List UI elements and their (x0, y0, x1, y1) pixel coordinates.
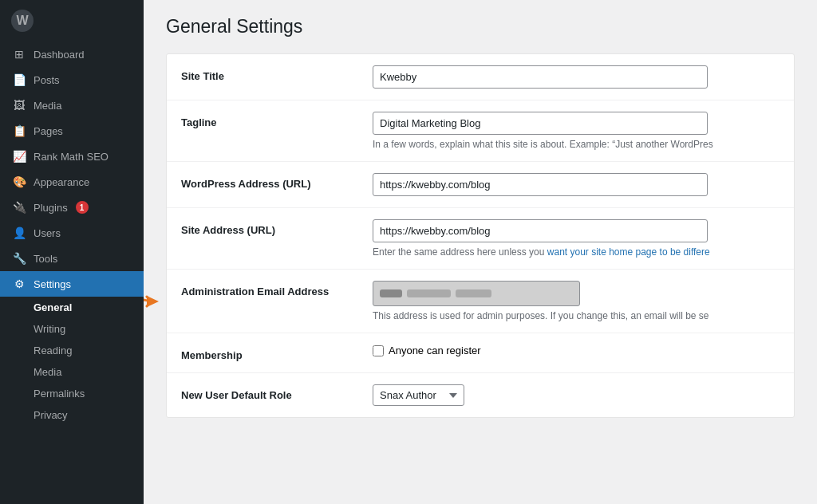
page-title: General Settings (166, 16, 795, 37)
submenu-item-writing[interactable]: Writing (0, 318, 144, 340)
sidebar-item-label-pages: Pages (34, 125, 63, 137)
sidebar-item-label-users: Users (34, 227, 61, 239)
sidebar-item-dashboard[interactable]: ⊞Dashboard (0, 41, 144, 67)
sidebar-item-label-rank-math-seo: Rank Math SEO (34, 151, 109, 163)
tools-icon: 🔧 (11, 252, 27, 265)
blur-block-1 (380, 289, 402, 297)
form-row-site-address: Site Address (URL)Enter the same address… (167, 208, 794, 270)
sidebar: W ⊞Dashboard📄Posts🖼Media📋Pages📈Rank Math… (0, 0, 144, 504)
users-icon: 👤 (11, 226, 27, 239)
sidebar-item-pages[interactable]: 📋Pages (0, 118, 144, 144)
form-row-wordpress-address: WordPress Address (URL) (167, 162, 794, 208)
sidebar-item-rank-math-seo[interactable]: 📈Rank Math SEO (0, 144, 144, 169)
submenu-item-media-sub[interactable]: Media (0, 361, 144, 383)
sidebar-item-plugins[interactable]: 🔌Plugins1 (0, 195, 144, 220)
dashboard-icon: ⊞ (11, 48, 27, 61)
sidebar-item-tools[interactable]: 🔧Tools (0, 246, 144, 271)
main-content: General Settings Site TitleTaglineIn a f… (144, 0, 817, 504)
form-row-admin-email: Administration Email AddressThis address… (167, 270, 794, 333)
orange-arrow-annotation (144, 285, 175, 317)
desc-site-address: Enter the same address here unless you w… (373, 246, 780, 258)
input-tagline[interactable] (373, 112, 708, 135)
select-new-user-role[interactable]: SubscriberContributorAuthorEditorAdminis… (373, 384, 464, 406)
sidebar-item-label-media: Media (34, 100, 61, 112)
sidebar-item-media[interactable]: 🖼Media (0, 93, 144, 118)
media-icon: 🖼 (11, 99, 27, 112)
field-admin-email: This address is used for admin purposes.… (373, 281, 780, 321)
submenu-item-privacy[interactable]: Privacy (0, 404, 144, 426)
wp-logo: W (11, 10, 34, 32)
field-tagline: In a few words, explain what this site i… (373, 112, 780, 150)
label-site-address: Site Address (URL) (181, 219, 373, 236)
input-wordpress-address[interactable] (373, 173, 708, 196)
blur-block-3 (456, 289, 491, 297)
label-site-title: Site Title (181, 65, 373, 82)
form-row-site-title: Site Title (167, 54, 794, 100)
sidebar-item-label-plugins: Plugins (34, 202, 68, 214)
field-site-title (373, 65, 780, 89)
sidebar-item-settings[interactable]: ⚙Settings (0, 271, 144, 297)
desc-admin-email: This address is used for admin purposes.… (373, 310, 780, 321)
sidebar-nav: ⊞Dashboard📄Posts🖼Media📋Pages📈Rank Math S… (0, 41, 144, 297)
settings-submenu: GeneralWritingReadingMediaPermalinksPriv… (0, 297, 144, 426)
checkbox-row-membership: Anyone can register (373, 345, 780, 356)
label-admin-email: Administration Email Address (181, 281, 373, 297)
form-row-new-user-role: New User Default RoleSubscriberContribut… (167, 373, 794, 417)
plugins-icon: 🔌 (11, 201, 27, 214)
appearance-icon: 🎨 (11, 175, 27, 188)
input-site-title[interactable] (373, 65, 708, 89)
sidebar-item-appearance[interactable]: 🎨Appearance (0, 169, 144, 195)
field-site-address: Enter the same address here unless you w… (373, 219, 780, 258)
sidebar-item-label-tools: Tools (34, 253, 57, 265)
field-new-user-role: SubscriberContributorAuthorEditorAdminis… (373, 384, 780, 406)
blurred-email-field[interactable] (373, 281, 580, 306)
field-membership: Anyone can register (373, 345, 780, 356)
sidebar-item-label-posts: Posts (34, 74, 60, 86)
posts-icon: 📄 (11, 73, 27, 86)
checkbox-membership[interactable] (373, 345, 384, 356)
label-wordpress-address: WordPress Address (URL) (181, 173, 373, 190)
label-tagline: Tagline (181, 112, 373, 128)
sidebar-item-posts[interactable]: 📄Posts (0, 67, 144, 93)
field-wordpress-address (373, 173, 780, 196)
checkbox-label-membership: Anyone can register (389, 345, 481, 356)
plugins-badge: 1 (76, 201, 89, 214)
settings-icon: ⚙ (11, 278, 27, 290)
sidebar-item-users[interactable]: 👤Users (0, 220, 144, 246)
general-settings-form: Site TitleTaglineIn a few words, explain… (166, 53, 795, 418)
submenu-item-permalinks[interactable]: Permalinks (0, 383, 144, 404)
link-site-address[interactable]: want your site home page to be differe (547, 246, 710, 258)
submenu-item-general[interactable]: General (0, 297, 144, 318)
desc-tagline: In a few words, explain what this site i… (373, 139, 780, 150)
rank-math-seo-icon: 📈 (11, 150, 27, 163)
sidebar-item-label-dashboard: Dashboard (34, 49, 85, 61)
pages-icon: 📋 (11, 124, 27, 137)
submenu-item-reading[interactable]: Reading (0, 340, 144, 361)
wp-logo-area[interactable]: W (0, 0, 144, 41)
svg-marker-0 (147, 296, 159, 307)
sidebar-item-label-settings: Settings (34, 278, 71, 290)
sidebar-item-label-appearance: Appearance (34, 176, 89, 188)
form-row-tagline: TaglineIn a few words, explain what this… (167, 100, 794, 162)
input-site-address[interactable] (373, 219, 708, 242)
label-membership: Membership (181, 345, 373, 361)
blur-block-2 (407, 289, 451, 297)
form-row-membership: MembershipAnyone can register (167, 333, 794, 373)
label-new-user-role: New User Default Role (181, 384, 373, 401)
